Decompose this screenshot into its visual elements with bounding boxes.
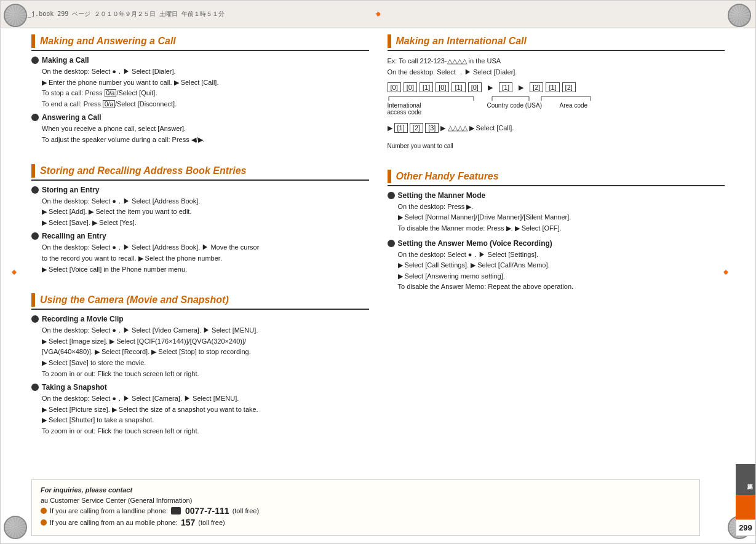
center-mark-top	[372, 8, 384, 20]
recording-movie-title: Recording a Movie Clip	[42, 315, 124, 323]
section-title-making-answering: Making and Answering a Call	[40, 36, 176, 47]
storing-entry-title: Storing an Entry	[42, 186, 99, 194]
making-call-text: On the desktop: Select ●．▶ Select [Diale…	[31, 66, 369, 109]
manner-mode-block: Setting the Manner Mode On the desktop: …	[388, 191, 725, 234]
answer-memo-heading: Setting the Answer Memo (Voice Recording…	[388, 239, 725, 248]
center-mark-left	[8, 266, 20, 278]
code-2-2: [2]	[562, 82, 576, 92]
example-line2: On the desktop: Select ．▶ Select [Dialer…	[388, 68, 517, 76]
section-heading-making-answering: Making and Answering a Call	[31, 34, 369, 51]
section-making-answering: Making and Answering a Call Making a Cal…	[31, 34, 369, 149]
label-intl: Internationalaccess code	[388, 102, 422, 116]
code-2: [2]	[530, 82, 543, 92]
side-tab: 簡易英語 299	[736, 464, 755, 536]
answering-call-text: When you receive a phone call, select [A…	[31, 124, 369, 145]
answering-call-block: Answering a Call When you receive a phon…	[31, 113, 369, 145]
info-box-title: For inquiries, please contact	[41, 486, 691, 494]
code-0-4: [0]	[468, 82, 482, 92]
heading-bar-3	[31, 293, 35, 307]
arrow-2: ▶	[519, 84, 523, 92]
corner-decoration-tr	[728, 4, 752, 28]
making-call-block: Making a Call On the desktop: Select ●．▶…	[31, 56, 369, 109]
code-1-3: [1]	[499, 82, 512, 92]
info-landline-prefix: If you are calling from a landline phone…	[50, 507, 168, 514]
making-call-title: Making a Call	[42, 56, 89, 65]
section-camera: Using the Camera (Movie and Snapshot) Re…	[31, 293, 369, 440]
header-text: as31_j.book 299 ページ ２０１０年９月２５日 土曜日 午前１時５…	[13, 10, 225, 18]
step2-row: ▶ [1] [2] [3] ▶ △△△△ ▶ Select [Call].	[388, 123, 725, 134]
landline-suffix: (toll free)	[233, 507, 259, 514]
answering-call-heading: Answering a Call	[31, 113, 369, 122]
left-column: Making and Answering a Call Making a Cal…	[31, 34, 369, 510]
bullet-orange-2	[41, 519, 47, 526]
section-title-international: Making an International Call	[396, 36, 527, 47]
bullet-circle-7	[388, 192, 395, 199]
storing-entry-heading: Storing an Entry	[31, 186, 369, 194]
recalling-entry-text: On the desktop: Select ●．▶ Select [Addre…	[31, 242, 369, 275]
recalling-entry-heading: Recalling an Entry	[31, 232, 369, 240]
content-area: Making and Answering a Call Making a Cal…	[31, 34, 725, 510]
code-1-2: [1]	[452, 82, 465, 92]
heading-bar	[31, 34, 35, 48]
right-column: Making an International Call Ex: To call…	[388, 34, 725, 510]
making-call-heading: Making a Call	[31, 56, 369, 65]
recalling-entry-block: Recalling an Entry On the desktop: Selec…	[31, 232, 369, 275]
bullet-circle-1	[31, 57, 39, 64]
info-line-1: If you are calling from a landline phone…	[41, 506, 691, 516]
code-s2-1: [1]	[394, 123, 408, 133]
mobile-number: 157	[181, 518, 195, 527]
bullet-orange-1	[41, 508, 47, 514]
side-tab-orange	[736, 495, 755, 519]
number-want-to-call-label: Number you want to call	[388, 143, 725, 149]
code-row: [0] [0] [1] [0] [1] [0] ▶ [1] ▶ [2] [1] …	[388, 82, 725, 92]
bracket-svg	[388, 93, 725, 118]
page-number: 299	[736, 519, 755, 536]
bullet-circle-4	[31, 232, 39, 240]
manner-mode-text: On the desktop: Press ▶. ▶ Select [Norma…	[388, 202, 725, 234]
arrow-1: ▶	[488, 84, 493, 92]
info-line-2: If you are calling from an au mobile pho…	[41, 518, 691, 527]
taking-snapshot-title: Taking a Snapshot	[42, 383, 107, 392]
label-country: Country code (USA)	[487, 102, 542, 109]
taking-snapshot-text: On the desktop: Select ●．▶ Select [Camer…	[31, 393, 369, 436]
section-heading-storing: Storing and Recalling Address Book Entri…	[31, 164, 369, 181]
info-au-center: au Customer Service Center (General Info…	[41, 497, 192, 504]
bullet-circle-5	[31, 315, 39, 323]
international-example: Ex: To call 212-123-△△△△ in the USA On t…	[388, 56, 725, 77]
heading-bar-4	[388, 34, 391, 48]
landline-number: 0077-7-111	[185, 506, 229, 516]
phone-diagram: [0] [0] [1] [0] [1] [0] ▶ [1] ▶ [2] [1] …	[388, 82, 725, 149]
info-box: For inquiries, please contact au Custome…	[31, 479, 700, 536]
section-heading-international: Making an International Call	[388, 34, 725, 51]
bullet-circle-8	[388, 240, 395, 247]
code-s2-2: [2]	[410, 123, 423, 133]
page-container: as31_j.book 299 ページ ２０１０年９月２５日 土曜日 午前１時５…	[0, 0, 756, 544]
phone-icon	[171, 507, 181, 514]
code-1: [1]	[420, 82, 433, 92]
bullet-circle-3	[31, 186, 39, 194]
recording-movie-block: Recording a Movie Clip On the desktop: S…	[31, 315, 369, 379]
bullet-circle-6	[31, 384, 39, 391]
heading-bar-2	[31, 164, 35, 178]
corner-decoration-tl	[4, 4, 28, 28]
answer-memo-title: Setting the Answer Memo (Voice Recording…	[398, 239, 552, 248]
storing-entry-block: Storing an Entry On the desktop: Select …	[31, 186, 369, 229]
example-line1: Ex: To call 212-123-△△△△ in the USA	[388, 57, 501, 65]
code-1-4: [1]	[546, 82, 559, 92]
answering-call-title: Answering a Call	[42, 113, 101, 122]
mobile-suffix: (toll free)	[198, 519, 225, 526]
answer-memo-text: On the desktop: Select ●．▶ Select [Setti…	[388, 250, 725, 293]
manner-mode-heading: Setting the Manner Mode	[388, 191, 725, 200]
info-mobile-prefix: If you are calling from an au mobile pho…	[50, 519, 178, 526]
manner-mode-title: Setting the Manner Mode	[398, 191, 486, 200]
section-title-camera: Using the Camera (Movie and Snapshot)	[40, 294, 229, 306]
recording-movie-text: On the desktop: Select ●．▶ Select [Video…	[31, 325, 369, 379]
code-s2-3: [3]	[425, 123, 439, 133]
taking-snapshot-heading: Taking a Snapshot	[31, 383, 369, 392]
section-title-storing: Storing and Recalling Address Book Entri…	[40, 165, 246, 176]
section-storing-recalling: Storing and Recalling Address Book Entri…	[31, 164, 369, 278]
code-0-2: [0]	[404, 82, 417, 92]
labels-row: Internationalaccess code Country code (U…	[388, 93, 725, 118]
side-tab-label: 簡易英語	[736, 464, 755, 495]
section-heading-camera: Using the Camera (Movie and Snapshot)	[31, 293, 369, 310]
